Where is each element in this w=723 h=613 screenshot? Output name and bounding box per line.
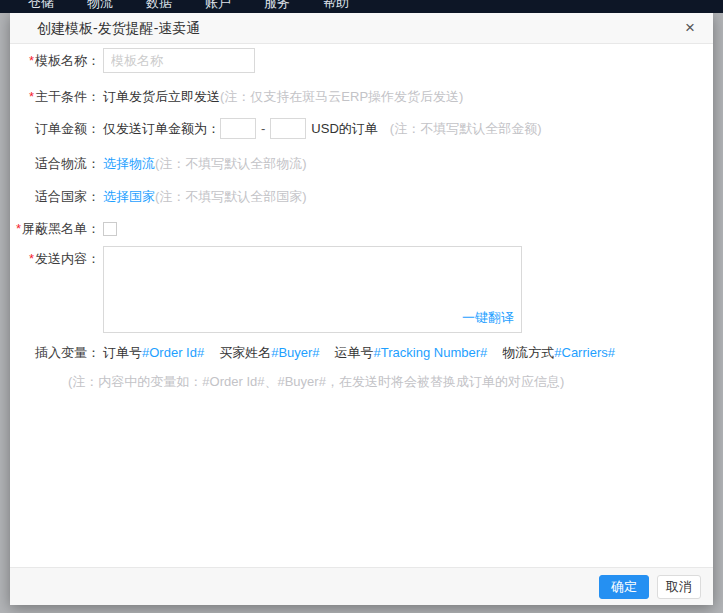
variable-tracking-number-link[interactable]: #Tracking Number# <box>374 345 488 360</box>
template-name-label: *模板名称： <box>10 52 100 70</box>
dialog-header: 创建模板-发货提醒-速卖通 × <box>10 13 713 44</box>
send-content-row: *发送内容： 一键翻译 <box>10 246 713 335</box>
top-menu-bar: 仓储 物流 数据 账户 服务 帮助 <box>0 0 723 13</box>
required-mark: * <box>29 89 34 104</box>
confirm-button[interactable]: 确定 <box>599 575 649 599</box>
required-mark: * <box>16 221 21 236</box>
template-name-input[interactable] <box>103 48 255 73</box>
amount-range-separator: - <box>261 121 265 136</box>
required-mark: * <box>29 251 34 266</box>
cancel-button[interactable]: 取消 <box>657 575 701 599</box>
dialog-title: 创建模板-发货提醒-速卖通 <box>37 20 200 36</box>
required-mark: * <box>29 53 34 68</box>
variable-tracking-number: 运单号#Tracking Number# <box>335 344 488 362</box>
main-condition-value: 订单发货后立即发送 <box>103 88 220 106</box>
template-name-row: *模板名称： <box>10 48 713 73</box>
blacklist-row: *屏蔽黑名单： <box>10 221 713 237</box>
insert-variables-label: 插入变量： <box>10 344 100 362</box>
variables-note: (注：内容中的变量如：#Order Id#、#Buyer#，在发送时将会被替换成… <box>68 373 564 391</box>
main-condition-label: *主干条件： <box>10 88 100 106</box>
order-amount-note: (注：不填写默认全部金额) <box>390 120 542 138</box>
order-amount-prefix: 仅发送订单金额为： <box>103 120 220 138</box>
send-content-textarea[interactable] <box>103 246 522 333</box>
variable-buyer-link[interactable]: #Buyer# <box>271 345 319 360</box>
variable-order-id-link[interactable]: #Order Id# <box>142 345 204 360</box>
send-content-label: *发送内容： <box>10 246 100 268</box>
create-template-dialog: 创建模板-发货提醒-速卖通 × *模板名称： *主干条件： 订单发货后立即发送(… <box>10 13 713 605</box>
variable-carriers-link[interactable]: #Carriers# <box>554 345 615 360</box>
main-condition-note: (注：仅支持在斑马云ERP操作发货后发送) <box>220 88 463 106</box>
one-click-translate-link[interactable]: 一键翻译 <box>462 309 514 327</box>
order-amount-row: 订单金额： 仅发送订单金额为： - USD的订单 (注：不填写默认全部金额) <box>10 117 713 140</box>
menu-item-warehouse[interactable]: 仓储 <box>28 0 54 12</box>
country-label: 适合国家： <box>10 188 100 206</box>
close-icon[interactable]: × <box>677 13 703 44</box>
menu-item-data[interactable]: 数据 <box>146 0 172 12</box>
order-amount-label: 订单金额： <box>10 120 100 138</box>
select-country-link[interactable]: 选择国家 <box>103 188 155 206</box>
blacklist-label: *屏蔽黑名单： <box>10 220 100 238</box>
variable-carriers: 物流方式#Carriers# <box>502 344 615 362</box>
amount-min-input[interactable] <box>220 118 256 139</box>
logistics-note: (注：不填写默认全部物流) <box>155 155 307 173</box>
insert-variables-row: 插入变量： 订单号#Order Id# 买家姓名#Buyer# 运单号#Trac… <box>10 345 713 361</box>
dialog-footer: 确定 取消 <box>10 567 713 605</box>
country-row: 适合国家： 选择国家(注：不填写默认全部国家) <box>10 188 713 206</box>
select-logistics-link[interactable]: 选择物流 <box>103 155 155 173</box>
variable-buyer: 买家姓名#Buyer# <box>219 344 319 362</box>
amount-max-input[interactable] <box>270 118 306 139</box>
country-note: (注：不填写默认全部国家) <box>155 188 307 206</box>
menu-item-service[interactable]: 服务 <box>264 0 290 12</box>
logistics-label: 适合物流： <box>10 155 100 173</box>
menu-item-help[interactable]: 帮助 <box>323 0 349 12</box>
menu-item-logistics[interactable]: 物流 <box>87 0 113 12</box>
variable-order-id: 订单号#Order Id# <box>103 344 204 362</box>
main-condition-row: *主干条件： 订单发货后立即发送(注：仅支持在斑马云ERP操作发货后发送) <box>10 88 713 106</box>
order-amount-suffix: USD的订单 <box>311 120 377 138</box>
menu-item-account[interactable]: 账户 <box>205 0 231 12</box>
logistics-row: 适合物流： 选择物流(注：不填写默认全部物流) <box>10 155 713 173</box>
blacklist-checkbox[interactable] <box>103 222 117 236</box>
